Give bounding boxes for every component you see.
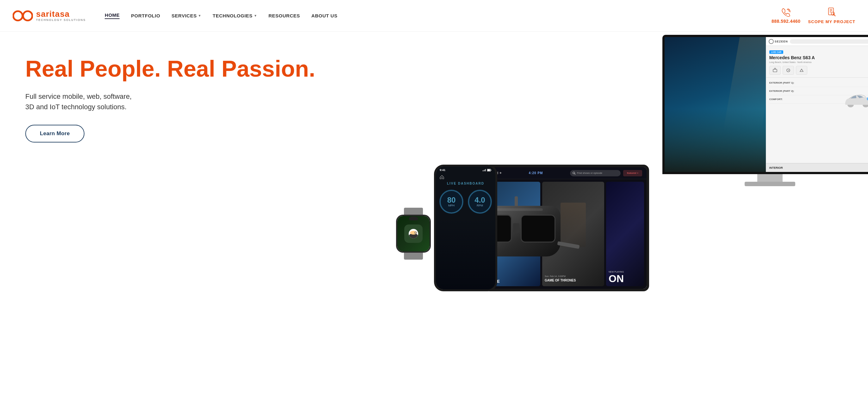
brand-tagline: TECHNOLOGY SOLUTIONS [36, 19, 86, 22]
nav-about[interactable]: ABOUT US [311, 13, 337, 18]
scope-my-project-button[interactable]: SCOPE MY PROJECT [808, 7, 855, 24]
nav-portfolio[interactable]: PORTFOLIO [131, 13, 160, 18]
phone-time: 9:41 [440, 168, 445, 172]
svg-line-14 [575, 174, 576, 174]
technologies-dropdown-arrow: ▼ [254, 14, 257, 18]
apple-watch-mockup [396, 208, 431, 260]
hero-right: SEZEEN LIVE CAR Mercedes Benz S63 A Long… [434, 32, 868, 291]
phone-mockup: 9:41 LIVE DASHBOARD [434, 165, 497, 291]
monitor-comfort-label: COMFORT: [769, 98, 783, 101]
scope-icon [827, 7, 836, 19]
logo-text: saritasa TECHNOLOGY SOLUTIONS [36, 10, 86, 22]
monitor-exterior1-label: EXTERIOR (PART 1): [769, 81, 794, 84]
hero-section: Real People. Real Passion. Full service … [0, 32, 868, 291]
monitor-car-title: Mercedes Benz S63 A [769, 55, 868, 60]
monitor-brand-label: SEZEEN [775, 40, 788, 43]
tablet-featured: featured > [627, 172, 638, 174]
monitor-location: Long Beach, United States · North Americ… [769, 61, 868, 63]
phone-area[interactable]: 888.592.4460 [772, 8, 801, 24]
site-header: saritasa TECHNOLOGY SOLUTIONS HOME PORTF… [0, 0, 868, 32]
services-dropdown-arrow: ▼ [198, 14, 201, 18]
logo-icon [13, 9, 33, 23]
phone-dashboard-title: LIVE DASHBOARD [436, 180, 495, 186]
phone-icon [782, 8, 790, 19]
hero-left: Real People. Real Passion. Full service … [0, 32, 434, 291]
svg-rect-17 [491, 170, 491, 171]
svg-point-0 [13, 11, 23, 20]
hero-headline: Real People. Real Passion. [25, 57, 415, 81]
learn-more-button[interactable]: Learn More [25, 125, 85, 142]
svg-rect-8 [773, 69, 777, 72]
scope-label: SCOPE MY PROJECT [808, 19, 855, 24]
hero-subtext: Full service mobile, web, software, 3D a… [25, 91, 158, 112]
desktop-monitor: SEZEEN LIVE CAR Mercedes Benz S63 A Long… [662, 35, 868, 187]
monitor-interior-label: INTERIOR [769, 166, 783, 169]
svg-point-13 [573, 172, 575, 174]
main-nav: HOME PORTFOLIO SERVICES ▼ TECHNOLOGIES ▼… [105, 12, 772, 19]
tablet-show-3: NEW PLAYING [609, 271, 642, 273]
svg-rect-16 [488, 169, 490, 171]
logo-area[interactable]: saritasa TECHNOLOGY SOLUTIONS [13, 9, 86, 23]
header-right: 888.592.4460 SCOPE MY PROJECT [772, 7, 855, 24]
svg-point-1 [23, 11, 32, 20]
phone-number[interactable]: 888.592.4460 [772, 19, 801, 24]
nav-technologies[interactable]: TECHNOLOGIES ▼ [213, 13, 257, 18]
nav-resources[interactable]: RESOURCES [269, 13, 300, 18]
monitor-exterior2-label: EXTERIOR (PART 2): [769, 90, 794, 92]
brand-name: saritasa [36, 10, 86, 18]
nav-home[interactable]: HOME [105, 12, 120, 19]
nav-services[interactable]: SERVICES ▼ [172, 13, 201, 18]
